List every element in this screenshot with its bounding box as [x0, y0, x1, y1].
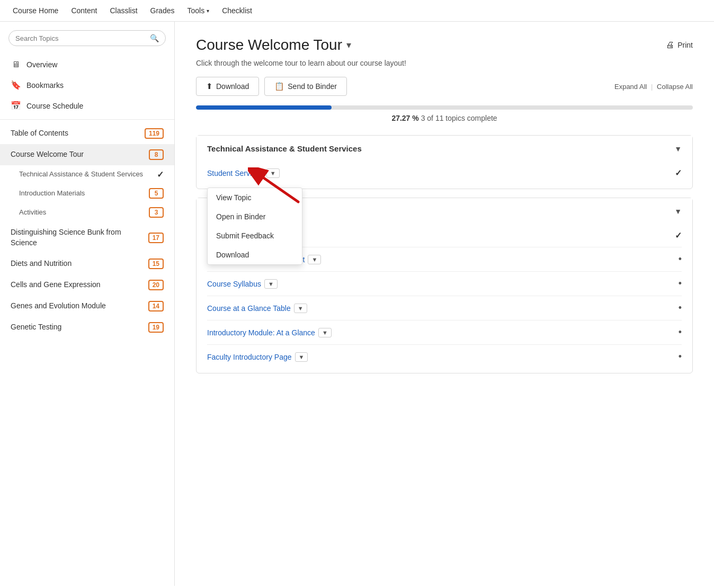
- sidebar-item-diets[interactable]: Diets and Nutrition 15: [0, 253, 174, 274]
- toolbar-left: ⬆ Download 📋 Send to Binder: [196, 77, 347, 96]
- nav-grades[interactable]: Grades: [150, 6, 175, 15]
- topic-row-student-services: Student Services ▼ View Topic Open in Bi…: [207, 162, 682, 184]
- genetic-badge: 19: [148, 322, 164, 333]
- overview-icon: 🖥: [11, 60, 21, 69]
- science-bunk-badge: 17: [148, 233, 164, 243]
- menu-item-submit-feedback[interactable]: Submit Feedback: [208, 226, 302, 245]
- course-welcome-label: Course Welcome Tour: [11, 149, 149, 160]
- sidebar: 🔍 🖥 Overview 🔖 Bookmarks 📅 Course Schedu…: [0, 22, 175, 586]
- course-welcome-badge: 8: [149, 149, 164, 160]
- nav-course-home[interactable]: Course Home: [13, 6, 58, 15]
- progress-bar-background: [196, 105, 693, 110]
- sidebar-item-label: Course Schedule: [26, 102, 83, 110]
- student-services-dropdown-button[interactable]: ▼: [266, 168, 280, 178]
- check-icon: ✓: [157, 170, 164, 180]
- intro-materials-badge: 5: [149, 188, 164, 199]
- diets-badge: 15: [148, 259, 164, 269]
- sidebar-item-bookmarks[interactable]: 🔖 Bookmarks: [0, 75, 174, 95]
- menu-item-open-binder[interactable]: Open in Binder: [208, 207, 302, 226]
- nav-checklist[interactable]: Checklist: [222, 6, 252, 15]
- sidebar-item-cells[interactable]: Cells and Gene Expression 20: [0, 274, 174, 296]
- send-to-binder-button[interactable]: 📋 Send to Binder: [264, 77, 347, 96]
- sidebar-item-genes[interactable]: Genes and Evolution Module 14: [0, 296, 174, 317]
- sidebar-sub-technical-assistance[interactable]: Technical Assistance & Student Services …: [0, 165, 174, 184]
- progress-bar-fill: [196, 105, 332, 110]
- technical-assistance-label: Technical Assistance & Student Services: [19, 170, 157, 179]
- sidebar-sub-activities[interactable]: Activities 3: [0, 203, 174, 222]
- faculty-intro-dropdown-button[interactable]: ▼: [295, 352, 308, 362]
- student-services-dropdown-wrapper: Student Services ▼ View Topic Open in Bi…: [207, 168, 280, 178]
- intro-at-glance-dot: •: [679, 327, 682, 338]
- menu-item-download[interactable]: Download: [208, 245, 302, 264]
- glance-table-link[interactable]: Course at a Glance Table: [207, 304, 291, 313]
- section-title-technical: Technical Assistance & Student Services: [207, 144, 362, 153]
- intro-checklist-dropdown-button[interactable]: ▼: [308, 255, 321, 264]
- intro-at-glance-link[interactable]: Introductory Module: At a Glance: [207, 328, 315, 337]
- expand-all-button[interactable]: Expand All: [614, 83, 647, 91]
- glance-table-dot: •: [679, 302, 682, 314]
- title-dropdown-icon[interactable]: ▾: [346, 39, 351, 51]
- search-input[interactable]: [15, 34, 150, 42]
- diets-label: Diets and Nutrition: [11, 259, 148, 269]
- intro-at-glance-dropdown-button[interactable]: ▼: [318, 328, 332, 337]
- expand-collapse-controls: Expand All | Collapse All: [614, 83, 693, 91]
- toc-label: Table of Contents: [11, 128, 145, 139]
- main-content: Course Welcome Tour ▾ 🖨 Print Click thro…: [175, 22, 714, 586]
- student-services-check: ✓: [675, 168, 682, 178]
- nav-content[interactable]: Content: [71, 6, 97, 15]
- search-box[interactable]: 🔍: [8, 30, 166, 46]
- binder-icon: 📋: [274, 82, 284, 91]
- sidebar-item-label: Overview: [26, 60, 57, 69]
- progress-topics: 3 of 11 topics complete: [421, 114, 497, 122]
- tools-caret-icon: ▾: [207, 8, 209, 14]
- bookmarks-icon: 🔖: [11, 80, 21, 90]
- content-header: Course Welcome Tour ▾ 🖨 Print: [196, 37, 693, 54]
- cells-label: Cells and Gene Expression: [11, 280, 148, 290]
- topic-row-faculty-intro: Faculty Introductory Page ▼ •: [207, 345, 682, 369]
- sidebar-item-course-schedule[interactable]: 📅 Course Schedule: [0, 95, 174, 116]
- menu-item-view-topic[interactable]: View Topic: [208, 188, 302, 207]
- top-navigation: Course Home Content Classlist Grades Too…: [0, 0, 714, 22]
- sidebar-item-overview[interactable]: 🖥 Overview: [0, 55, 174, 75]
- activities-badge: 3: [149, 207, 164, 218]
- sidebar-sub-introduction-materials[interactable]: Introduction Materials 5: [0, 184, 174, 203]
- section-toggle-intro[interactable]: ▼: [674, 207, 682, 216]
- progress-percent: 27.27 %: [391, 114, 418, 122]
- genetic-label: Genetic Testing: [11, 322, 148, 333]
- sidebar-item-genetic[interactable]: Genetic Testing 19: [0, 317, 174, 338]
- nav-classlist[interactable]: Classlist: [110, 6, 137, 15]
- section-body-technical: Student Services ▼ View Topic Open in Bi…: [197, 162, 692, 189]
- intro-materials-label: Introduction Materials: [19, 189, 149, 198]
- faculty-intro-dot: •: [679, 351, 682, 362]
- glance-table-dropdown-button[interactable]: ▼: [294, 304, 307, 313]
- intro-checklist-dot: •: [679, 254, 682, 265]
- activities-label: Activities: [19, 208, 149, 217]
- sidebar-item-science-bunk[interactable]: Distinguishing Science Bunk from Science…: [0, 222, 174, 253]
- download-label: Download: [216, 82, 249, 91]
- progress-container: 27.27 % 3 of 11 topics complete: [196, 105, 693, 122]
- sidebar-item-toc[interactable]: Table of Contents 119: [0, 123, 174, 144]
- syllabus-dropdown-button[interactable]: ▼: [264, 279, 278, 289]
- syllabus-link[interactable]: Course Syllabus: [207, 280, 261, 288]
- main-layout: 🔍 🖥 Overview 🔖 Bookmarks 📅 Course Schedu…: [0, 22, 714, 586]
- topic-row-intro-at-glance: Introductory Module: At a Glance ▼ •: [207, 320, 682, 345]
- collapse-all-button[interactable]: Collapse All: [657, 83, 693, 91]
- sidebar-item-label: Bookmarks: [26, 81, 64, 90]
- print-button[interactable]: 🖨 Print: [666, 40, 693, 50]
- download-button[interactable]: ⬆ Download: [196, 77, 259, 96]
- nav-tools[interactable]: Tools ▾: [187, 6, 209, 15]
- student-services-link[interactable]: Student Services: [207, 169, 263, 177]
- printer-icon: 🖨: [666, 40, 674, 50]
- section-toggle-technical[interactable]: ▼: [674, 145, 682, 153]
- calendar-icon: 📅: [11, 101, 21, 111]
- sidebar-item-course-welcome[interactable]: Course Welcome Tour 8: [0, 144, 174, 165]
- topic-row-syllabus: Course Syllabus ▼ •: [207, 272, 682, 296]
- toc-badge: 119: [145, 128, 164, 139]
- syllabus-dot: •: [679, 278, 682, 289]
- section-technical-assistance: Technical Assistance & Student Services …: [196, 135, 693, 189]
- toolbar: ⬆ Download 📋 Send to Binder Expand All |…: [196, 77, 693, 96]
- send-to-binder-label: Send to Binder: [288, 82, 337, 91]
- faculty-intro-link[interactable]: Faculty Introductory Page: [207, 353, 292, 361]
- genes-label: Genes and Evolution Module: [11, 301, 148, 311]
- section-header-technical[interactable]: Technical Assistance & Student Services …: [197, 136, 692, 162]
